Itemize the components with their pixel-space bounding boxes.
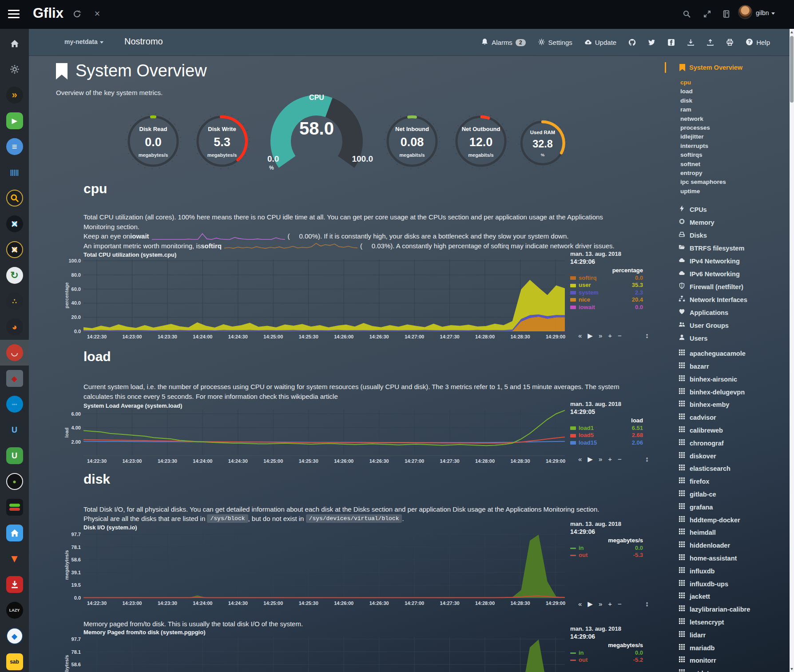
close-icon[interactable]: × (91, 8, 103, 20)
menu-section-item[interactable]: BTRFS filesystem (679, 242, 790, 255)
softirq-sparkline[interactable] (224, 241, 357, 250)
sidebar-app-plex[interactable]: » (0, 82, 29, 108)
menu-app-item[interactable]: binhex-delugevpn (679, 386, 790, 399)
menu-app-item[interactable]: heimdall (679, 526, 790, 539)
menu-subitem[interactable]: ipc semaphores (680, 178, 790, 187)
facebook-icon[interactable] (667, 39, 675, 46)
menu-section-item[interactable]: Firewall (netfilter) (679, 281, 790, 294)
search-icon[interactable] (681, 8, 692, 20)
github-icon[interactable] (628, 39, 636, 46)
menu-app-item[interactable]: netdata (679, 667, 790, 672)
sidebar-app-influxdb[interactable]: U (0, 417, 29, 443)
import-icon[interactable] (707, 39, 714, 46)
help-button[interactable]: ? Help (746, 38, 770, 47)
menu-app-item[interactable]: hiddenloader (679, 539, 790, 552)
iowait-sparkline[interactable] (152, 231, 285, 240)
load-chart[interactable]: 6.004.002.0014:22:3014:23:0014:23:3014:2… (62, 407, 568, 467)
menu-app-item[interactable]: calibreweb (679, 424, 790, 437)
menu-section-item[interactable]: IPv4 Networking (679, 255, 790, 268)
twitter-icon[interactable] (648, 39, 655, 46)
menu-subitem[interactable]: disk (680, 96, 790, 105)
pan-right-button[interactable]: » (599, 600, 602, 608)
sidebar-app-unraid[interactable]: U (0, 443, 29, 469)
menu-subitem[interactable]: uptime (680, 187, 790, 196)
sidebar-app-netdata[interactable]: ◡ (0, 340, 29, 366)
sidebar-app-sabnzbd[interactable]: sab (0, 649, 29, 672)
play-button[interactable]: ▶ (588, 456, 593, 463)
menu-app-item[interactable]: hddtemp-docker (679, 514, 790, 527)
menu-app-item[interactable]: jackett (679, 590, 790, 603)
sidebar-app-deluge[interactable]: ↻ (0, 262, 29, 288)
scrollbar-thumb[interactable] (790, 36, 794, 103)
user-menu[interactable]: gilbn (756, 9, 775, 16)
menu-subitem[interactable]: interrupts (680, 142, 790, 151)
menu-app-item[interactable]: firefox (679, 475, 790, 488)
refresh-icon[interactable] (71, 8, 83, 20)
menu-app-item[interactable]: letsencrypt (679, 616, 790, 629)
menu-app-item[interactable]: grafana (679, 501, 790, 514)
sidebar-app-airsonic[interactable]: ||||| (0, 159, 29, 185)
resize-handle[interactable]: ↕ (645, 600, 649, 608)
gauge-net-outbound[interactable]: Net Outbound12.0megabits/s (448, 108, 514, 175)
menu-subitem[interactable]: processes (680, 123, 790, 132)
sidebar-app-search-app[interactable] (0, 185, 29, 211)
server-dropdown[interactable]: my-netdata (64, 38, 103, 45)
menu-app-item[interactable]: cadvisor (679, 411, 790, 424)
play-button[interactable]: ▶ (588, 600, 593, 608)
pan-left-button[interactable]: « (578, 600, 582, 608)
legend-row[interactable]: system 2.3 (570, 289, 643, 296)
sidebar-app-home[interactable] (0, 31, 29, 56)
sidebar-app-home-assistant[interactable] (0, 520, 29, 546)
menu-subitem[interactable]: network (680, 115, 790, 123)
zoom-out-button[interactable]: − (618, 456, 622, 463)
legend-row[interactable]: iowait 0.0 (570, 304, 643, 311)
diskio-chart[interactable]: 97.778.158.639.119.50.014:22:3014:23:001… (62, 529, 568, 609)
scroll-up-arrow[interactable] (790, 29, 794, 35)
zoom-out-button[interactable]: − (618, 600, 622, 608)
sidebar-app-grafana[interactable]: ◕ (0, 314, 29, 340)
pan-left-button[interactable]: « (578, 456, 582, 463)
menu-app-item[interactable]: apacheguacamole (679, 347, 790, 360)
menu-app-item[interactable]: binhex-airsonic (679, 373, 790, 386)
fullscreen-icon[interactable] (701, 8, 713, 20)
pan-left-button[interactable]: « (578, 332, 582, 339)
hamburger-menu-icon[interactable] (8, 10, 20, 19)
menu-section-item[interactable]: IPv6 Networking (679, 268, 790, 281)
scrollbar[interactable] (790, 29, 794, 672)
sidebar-app-monitorr[interactable] (0, 494, 29, 520)
sidebar-app-kodi-x[interactable]: × (0, 211, 29, 237)
sidebar-app-plate[interactable]: ● (0, 469, 29, 494)
sidebar-app-emby[interactable]: ▶ (0, 108, 29, 134)
menu-app-item[interactable]: mariadb (679, 642, 790, 655)
sidebar-app-downloader[interactable] (0, 572, 29, 597)
legend-row[interactable]: load1 6.51 (570, 425, 643, 432)
menu-subitem[interactable]: load (680, 87, 790, 96)
user-avatar[interactable] (738, 5, 752, 19)
gauge-disk-write[interactable]: Disk Write5.3megabytes/s (189, 108, 255, 175)
legend-row[interactable]: load15 2.06 (570, 439, 643, 446)
gauge-disk-read[interactable]: Disk Read0.0megabytes/s (120, 108, 187, 175)
menu-app-item[interactable]: influxdb (679, 565, 790, 578)
menu-subitem[interactable]: softirqs (680, 151, 790, 159)
menu-section-item[interactable]: Applications (679, 306, 790, 319)
zoom-in-button[interactable]: + (608, 456, 612, 463)
legend-row[interactable]: out -5.2 (570, 656, 643, 664)
menu-subitem[interactable]: cpu (680, 78, 790, 87)
menu-app-item[interactable]: lazylibrarian-calibre (679, 603, 790, 616)
gauge-net-inbound[interactable]: Net Inbound0.08megabits/s (379, 108, 445, 175)
sidebar-app-gitlab[interactable]: ▼ (0, 546, 29, 572)
menu-section-item[interactable]: CPUs (679, 203, 790, 216)
play-button[interactable]: ▶ (588, 332, 593, 339)
legend-row[interactable]: in 0.0 (570, 545, 643, 552)
alarms-button[interactable]: Alarms 2 (481, 38, 525, 47)
menu-section-item[interactable]: Memory (679, 216, 790, 229)
menu-section-item[interactable]: Users (679, 332, 790, 345)
menu-app-item[interactable]: chronograf (679, 437, 790, 450)
sidebar-app-x-orange[interactable]: × (0, 237, 29, 262)
pan-right-button[interactable]: » (599, 456, 602, 463)
resize-handle[interactable]: ↕ (645, 332, 649, 339)
legend-row[interactable]: out -5.3 (570, 552, 643, 559)
menu-app-item[interactable]: binhex-emby (679, 398, 790, 411)
menu-app-item[interactable]: gitlab-ce (679, 488, 790, 501)
sidebar-app-droplet-app[interactable]: ◆ (0, 623, 29, 649)
